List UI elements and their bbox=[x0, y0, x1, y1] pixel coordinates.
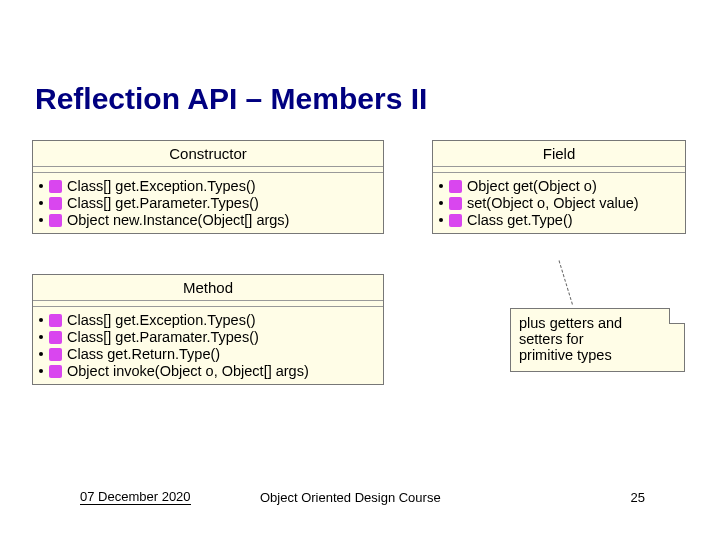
footer-course: Object Oriented Design Course bbox=[260, 490, 441, 505]
operation-label: Class[] get.Paramater.Types() bbox=[67, 329, 259, 345]
bullet-icon bbox=[439, 201, 443, 205]
operation-label: Object get(Object o) bbox=[467, 178, 597, 194]
operation-label: Class[] get.Parameter.Types() bbox=[67, 195, 259, 211]
bullet-icon bbox=[39, 201, 43, 205]
operation-label: set(Object o, Object value) bbox=[467, 195, 639, 211]
note-fold-icon bbox=[669, 308, 685, 324]
footer-date: 07 December 2020 bbox=[80, 490, 191, 505]
bullet-icon bbox=[39, 369, 43, 373]
operation-row: Class get.Return.Type() bbox=[39, 346, 377, 362]
note-line: primitive types bbox=[519, 347, 676, 363]
bullet-icon bbox=[39, 335, 43, 339]
operation-row: Class[] get.Exception.Types() bbox=[39, 312, 377, 328]
footer-page-number: 25 bbox=[631, 490, 645, 505]
operation-icon bbox=[449, 180, 462, 193]
operation-icon bbox=[49, 314, 62, 327]
operation-label: Object new.Instance(Object[] args) bbox=[67, 212, 289, 228]
bullet-icon bbox=[39, 184, 43, 188]
operation-row: Class get.Type() bbox=[439, 212, 679, 228]
operation-icon bbox=[449, 197, 462, 210]
class-name: Constructor bbox=[33, 141, 383, 167]
operations-compartment: Object get(Object o) set(Object o, Objec… bbox=[433, 173, 685, 233]
class-name: Field bbox=[433, 141, 685, 167]
operation-icon bbox=[49, 365, 62, 378]
operation-label: Class[] get.Exception.Types() bbox=[67, 178, 256, 194]
operation-row: Class[] get.Parameter.Types() bbox=[39, 195, 377, 211]
operation-icon bbox=[49, 331, 62, 344]
operation-row: Object invoke(Object o, Object[] args) bbox=[39, 363, 377, 379]
uml-class-method: Method Class[] get.Exception.Types() Cla… bbox=[32, 274, 384, 385]
uml-class-constructor: Constructor Class[] get.Exception.Types(… bbox=[32, 140, 384, 234]
slide-title: Reflection API – Members II bbox=[35, 82, 427, 116]
operation-icon bbox=[49, 348, 62, 361]
operation-icon bbox=[49, 214, 62, 227]
operations-compartment: Class[] get.Exception.Types() Class[] ge… bbox=[33, 173, 383, 233]
bullet-icon bbox=[39, 218, 43, 222]
bullet-icon bbox=[439, 184, 443, 188]
operation-label: Class get.Type() bbox=[467, 212, 573, 228]
operation-label: Class[] get.Exception.Types() bbox=[67, 312, 256, 328]
operation-icon bbox=[449, 214, 462, 227]
bullet-icon bbox=[39, 318, 43, 322]
operation-icon bbox=[49, 197, 62, 210]
operation-label: Class get.Return.Type() bbox=[67, 346, 220, 362]
note-line: setters for bbox=[519, 331, 676, 347]
class-name: Method bbox=[33, 275, 383, 301]
uml-note: plus getters and setters for primitive t… bbox=[510, 308, 685, 372]
operation-row: Class[] get.Exception.Types() bbox=[39, 178, 377, 194]
operation-row: Object get(Object o) bbox=[439, 178, 679, 194]
uml-class-field: Field Object get(Object o) set(Object o,… bbox=[432, 140, 686, 234]
operation-row: Class[] get.Paramater.Types() bbox=[39, 329, 377, 345]
operation-row: set(Object o, Object value) bbox=[439, 195, 679, 211]
operations-compartment: Class[] get.Exception.Types() Class[] ge… bbox=[33, 307, 383, 384]
operation-row: Object new.Instance(Object[] args) bbox=[39, 212, 377, 228]
bullet-icon bbox=[39, 352, 43, 356]
bullet-icon bbox=[439, 218, 443, 222]
note-line: plus getters and bbox=[519, 315, 676, 331]
operation-icon bbox=[49, 180, 62, 193]
note-connector bbox=[559, 260, 573, 304]
operation-label: Object invoke(Object o, Object[] args) bbox=[67, 363, 309, 379]
